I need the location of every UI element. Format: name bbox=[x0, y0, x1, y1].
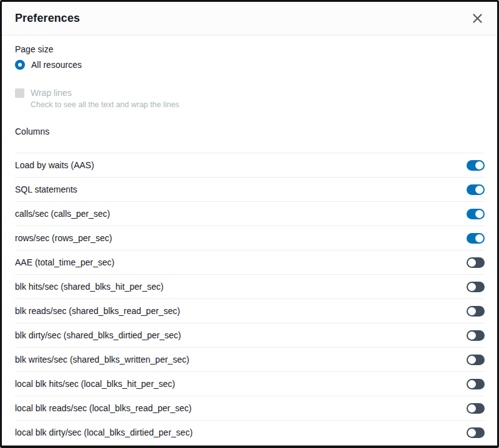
toggle-knob-icon bbox=[468, 307, 476, 315]
column-toggle[interactable] bbox=[467, 403, 485, 414]
toggle-knob-icon bbox=[475, 234, 483, 242]
toggle-knob-icon bbox=[468, 356, 476, 364]
close-button[interactable] bbox=[472, 12, 483, 24]
column-row: blk hits/sec (shared_blks_hit_per_sec) bbox=[15, 275, 485, 299]
column-toggle[interactable] bbox=[467, 306, 485, 317]
column-row: local blk hits/sec (local_blks_hit_per_s… bbox=[15, 372, 485, 396]
column-toggle[interactable] bbox=[467, 355, 485, 365]
toggle-knob-icon bbox=[475, 186, 483, 194]
wrap-lines-checkbox-row: Wrap lines bbox=[15, 88, 485, 98]
toggle-knob-icon bbox=[468, 380, 476, 388]
column-label: blk hits/sec (shared_blks_hit_per_sec) bbox=[15, 282, 163, 292]
column-toggle[interactable] bbox=[467, 379, 485, 389]
column-row: local blk dirty/sec (local_blks_dirtied_… bbox=[15, 421, 485, 445]
column-toggle[interactable] bbox=[467, 257, 485, 268]
column-row: SQL statements bbox=[15, 178, 485, 202]
page-size-label: Page size bbox=[15, 44, 485, 54]
column-toggle[interactable] bbox=[467, 184, 485, 195]
toggle-knob-icon bbox=[468, 404, 476, 412]
column-toggle[interactable] bbox=[467, 233, 485, 244]
column-label: local blk reads/sec (local_blks_read_per… bbox=[15, 403, 191, 413]
column-row: blk dirty/sec (shared_blks_dirtied_per_s… bbox=[15, 323, 485, 348]
toggle-knob-icon bbox=[468, 429, 476, 437]
column-row: blk reads/sec (shared_blks_read_per_sec) bbox=[15, 299, 485, 323]
toggle-knob-icon bbox=[468, 331, 476, 340]
column-row: rows/sec (rows_per_sec) bbox=[15, 226, 485, 250]
wrap-lines-group: Wrap lines Check to see all the text and… bbox=[15, 88, 485, 110]
column-label: SQL statements bbox=[15, 184, 77, 194]
column-row: blk writes/sec (shared_blks_written_per_… bbox=[15, 348, 485, 372]
wrap-lines-description: Check to see all the text and wrap the l… bbox=[31, 100, 485, 110]
toggle-knob-icon bbox=[468, 283, 476, 291]
column-label: calls/sec (calls_per_sec) bbox=[15, 209, 110, 219]
column-row: Load by waits (AAS) bbox=[15, 153, 485, 178]
radio-option-all-resources[interactable]: All resources bbox=[15, 60, 485, 70]
columns-label: Columns bbox=[15, 126, 485, 136]
column-toggle[interactable] bbox=[467, 427, 485, 438]
column-label: blk reads/sec (shared_blks_read_per_sec) bbox=[15, 306, 180, 316]
column-label: blk dirty/sec (shared_blks_dirtied_per_s… bbox=[15, 330, 181, 340]
dialog-header: Preferences bbox=[2, 2, 497, 36]
column-toggle[interactable] bbox=[467, 282, 485, 292]
column-toggle[interactable] bbox=[467, 160, 485, 171]
toggle-knob-icon bbox=[468, 259, 476, 267]
wrap-lines-label: Wrap lines bbox=[31, 88, 72, 98]
column-label: rows/sec (rows_per_sec) bbox=[15, 233, 112, 243]
column-toggle[interactable] bbox=[467, 330, 485, 341]
column-toggle[interactable] bbox=[467, 209, 485, 219]
columns-list: Load by waits (AAS) SQL statements calls… bbox=[15, 153, 485, 445]
column-label: AAE (total_time_per_sec) bbox=[15, 257, 115, 267]
column-label: Load by waits (AAS) bbox=[15, 160, 94, 170]
toggle-knob-icon bbox=[475, 210, 483, 218]
radio-option-label: All resources bbox=[31, 60, 82, 70]
column-row: AAE (total_time_per_sec) bbox=[15, 250, 485, 275]
toggle-knob-icon bbox=[475, 161, 483, 169]
column-label: local blk hits/sec (local_blks_hit_per_s… bbox=[15, 379, 175, 389]
page-title: Preferences bbox=[15, 12, 80, 25]
column-row: calls/sec (calls_per_sec) bbox=[15, 202, 485, 226]
column-row: local blk reads/sec (local_blks_read_per… bbox=[15, 396, 485, 421]
column-label: local blk dirty/sec (local_blks_dirtied_… bbox=[15, 427, 193, 437]
column-label: blk writes/sec (shared_blks_written_per_… bbox=[15, 355, 189, 365]
radio-selected-icon[interactable] bbox=[15, 60, 25, 70]
preferences-dialog: Preferences Page size All resources Wrap… bbox=[0, 0, 499, 448]
close-icon bbox=[473, 14, 482, 23]
checkbox-disabled-icon bbox=[15, 88, 24, 98]
dialog-body: Page size All resources Wrap lines Check… bbox=[2, 36, 497, 445]
